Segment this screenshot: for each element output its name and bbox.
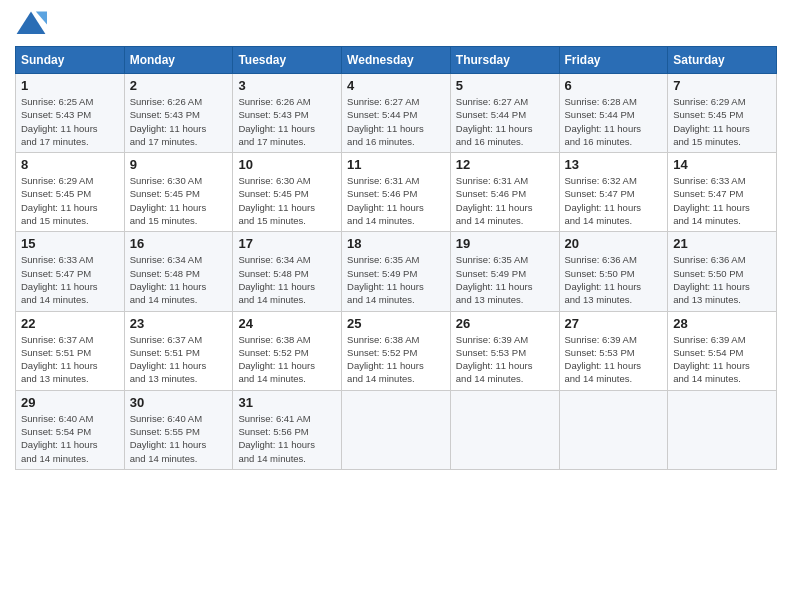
day-number: 20 [565,236,663,251]
calendar-cell: 27Sunrise: 6:39 AM Sunset: 5:53 PM Dayli… [559,311,668,390]
calendar-cell: 20Sunrise: 6:36 AM Sunset: 5:50 PM Dayli… [559,232,668,311]
day-number: 30 [130,395,228,410]
day-info: Sunrise: 6:37 AM Sunset: 5:51 PM Dayligh… [130,333,228,386]
day-number: 14 [673,157,771,172]
day-info: Sunrise: 6:30 AM Sunset: 5:45 PM Dayligh… [238,174,336,227]
day-info: Sunrise: 6:35 AM Sunset: 5:49 PM Dayligh… [456,253,554,306]
day-number: 12 [456,157,554,172]
day-number: 10 [238,157,336,172]
calendar-cell: 3Sunrise: 6:26 AM Sunset: 5:43 PM Daylig… [233,74,342,153]
day-number: 13 [565,157,663,172]
calendar-cell: 26Sunrise: 6:39 AM Sunset: 5:53 PM Dayli… [450,311,559,390]
calendar-cell: 21Sunrise: 6:36 AM Sunset: 5:50 PM Dayli… [668,232,777,311]
day-number: 11 [347,157,445,172]
day-number: 18 [347,236,445,251]
day-number: 7 [673,78,771,93]
calendar-cell: 4Sunrise: 6:27 AM Sunset: 5:44 PM Daylig… [342,74,451,153]
day-number: 19 [456,236,554,251]
logo [15,10,51,38]
day-info: Sunrise: 6:34 AM Sunset: 5:48 PM Dayligh… [130,253,228,306]
calendar-cell: 12Sunrise: 6:31 AM Sunset: 5:46 PM Dayli… [450,153,559,232]
day-info: Sunrise: 6:38 AM Sunset: 5:52 PM Dayligh… [238,333,336,386]
day-info: Sunrise: 6:27 AM Sunset: 5:44 PM Dayligh… [347,95,445,148]
calendar-cell: 1Sunrise: 6:25 AM Sunset: 5:43 PM Daylig… [16,74,125,153]
day-number: 26 [456,316,554,331]
day-number: 1 [21,78,119,93]
weekday-header-sunday: Sunday [16,47,125,74]
day-number: 15 [21,236,119,251]
day-number: 27 [565,316,663,331]
page-header [15,10,777,38]
day-number: 2 [130,78,228,93]
calendar-cell: 15Sunrise: 6:33 AM Sunset: 5:47 PM Dayli… [16,232,125,311]
day-info: Sunrise: 6:31 AM Sunset: 5:46 PM Dayligh… [456,174,554,227]
day-info: Sunrise: 6:38 AM Sunset: 5:52 PM Dayligh… [347,333,445,386]
day-info: Sunrise: 6:29 AM Sunset: 5:45 PM Dayligh… [673,95,771,148]
day-number: 21 [673,236,771,251]
calendar-cell: 22Sunrise: 6:37 AM Sunset: 5:51 PM Dayli… [16,311,125,390]
day-info: Sunrise: 6:33 AM Sunset: 5:47 PM Dayligh… [21,253,119,306]
calendar-cell [342,390,451,469]
calendar-week-5: 29Sunrise: 6:40 AM Sunset: 5:54 PM Dayli… [16,390,777,469]
day-number: 5 [456,78,554,93]
day-info: Sunrise: 6:41 AM Sunset: 5:56 PM Dayligh… [238,412,336,465]
calendar-cell: 17Sunrise: 6:34 AM Sunset: 5:48 PM Dayli… [233,232,342,311]
day-number: 25 [347,316,445,331]
calendar-week-2: 8Sunrise: 6:29 AM Sunset: 5:45 PM Daylig… [16,153,777,232]
calendar-cell: 6Sunrise: 6:28 AM Sunset: 5:44 PM Daylig… [559,74,668,153]
day-info: Sunrise: 6:36 AM Sunset: 5:50 PM Dayligh… [565,253,663,306]
day-info: Sunrise: 6:31 AM Sunset: 5:46 PM Dayligh… [347,174,445,227]
calendar-cell: 29Sunrise: 6:40 AM Sunset: 5:54 PM Dayli… [16,390,125,469]
calendar-cell: 2Sunrise: 6:26 AM Sunset: 5:43 PM Daylig… [124,74,233,153]
day-number: 22 [21,316,119,331]
calendar-cell [450,390,559,469]
day-info: Sunrise: 6:40 AM Sunset: 5:54 PM Dayligh… [21,412,119,465]
calendar-cell: 30Sunrise: 6:40 AM Sunset: 5:55 PM Dayli… [124,390,233,469]
day-info: Sunrise: 6:26 AM Sunset: 5:43 PM Dayligh… [238,95,336,148]
weekday-header-thursday: Thursday [450,47,559,74]
day-number: 8 [21,157,119,172]
calendar-cell: 25Sunrise: 6:38 AM Sunset: 5:52 PM Dayli… [342,311,451,390]
calendar-cell: 31Sunrise: 6:41 AM Sunset: 5:56 PM Dayli… [233,390,342,469]
calendar-week-1: 1Sunrise: 6:25 AM Sunset: 5:43 PM Daylig… [16,74,777,153]
weekday-header-wednesday: Wednesday [342,47,451,74]
weekday-header-friday: Friday [559,47,668,74]
day-number: 17 [238,236,336,251]
calendar-cell: 16Sunrise: 6:34 AM Sunset: 5:48 PM Dayli… [124,232,233,311]
calendar-cell: 5Sunrise: 6:27 AM Sunset: 5:44 PM Daylig… [450,74,559,153]
calendar-cell: 9Sunrise: 6:30 AM Sunset: 5:45 PM Daylig… [124,153,233,232]
day-info: Sunrise: 6:40 AM Sunset: 5:55 PM Dayligh… [130,412,228,465]
calendar-table: SundayMondayTuesdayWednesdayThursdayFrid… [15,46,777,470]
calendar-cell: 11Sunrise: 6:31 AM Sunset: 5:46 PM Dayli… [342,153,451,232]
day-info: Sunrise: 6:32 AM Sunset: 5:47 PM Dayligh… [565,174,663,227]
day-info: Sunrise: 6:39 AM Sunset: 5:53 PM Dayligh… [456,333,554,386]
calendar-cell: 18Sunrise: 6:35 AM Sunset: 5:49 PM Dayli… [342,232,451,311]
day-info: Sunrise: 6:34 AM Sunset: 5:48 PM Dayligh… [238,253,336,306]
calendar-cell [668,390,777,469]
weekday-header-monday: Monday [124,47,233,74]
weekday-header-saturday: Saturday [668,47,777,74]
day-info: Sunrise: 6:37 AM Sunset: 5:51 PM Dayligh… [21,333,119,386]
calendar-week-3: 15Sunrise: 6:33 AM Sunset: 5:47 PM Dayli… [16,232,777,311]
day-number: 23 [130,316,228,331]
day-number: 31 [238,395,336,410]
calendar-week-4: 22Sunrise: 6:37 AM Sunset: 5:51 PM Dayli… [16,311,777,390]
day-number: 3 [238,78,336,93]
calendar-cell: 23Sunrise: 6:37 AM Sunset: 5:51 PM Dayli… [124,311,233,390]
calendar-cell: 13Sunrise: 6:32 AM Sunset: 5:47 PM Dayli… [559,153,668,232]
calendar-cell: 8Sunrise: 6:29 AM Sunset: 5:45 PM Daylig… [16,153,125,232]
day-number: 6 [565,78,663,93]
day-info: Sunrise: 6:30 AM Sunset: 5:45 PM Dayligh… [130,174,228,227]
day-number: 16 [130,236,228,251]
day-info: Sunrise: 6:33 AM Sunset: 5:47 PM Dayligh… [673,174,771,227]
day-number: 4 [347,78,445,93]
day-info: Sunrise: 6:25 AM Sunset: 5:43 PM Dayligh… [21,95,119,148]
calendar-cell: 7Sunrise: 6:29 AM Sunset: 5:45 PM Daylig… [668,74,777,153]
day-info: Sunrise: 6:39 AM Sunset: 5:54 PM Dayligh… [673,333,771,386]
day-info: Sunrise: 6:27 AM Sunset: 5:44 PM Dayligh… [456,95,554,148]
calendar-cell: 28Sunrise: 6:39 AM Sunset: 5:54 PM Dayli… [668,311,777,390]
day-number: 24 [238,316,336,331]
day-number: 29 [21,395,119,410]
day-number: 9 [130,157,228,172]
day-info: Sunrise: 6:35 AM Sunset: 5:49 PM Dayligh… [347,253,445,306]
